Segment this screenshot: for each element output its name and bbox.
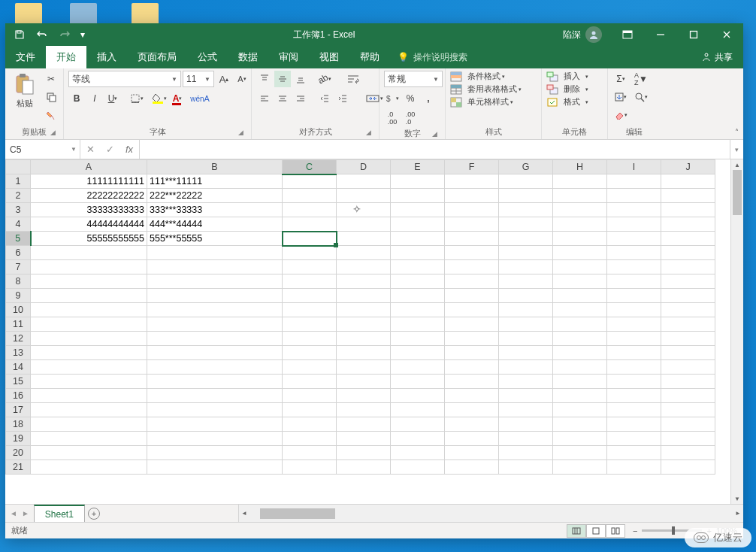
cell-E3[interactable] xyxy=(391,203,445,217)
cell-G19[interactable] xyxy=(499,432,553,446)
row-header-9[interactable]: 9 xyxy=(6,289,31,303)
cell-J12[interactable] xyxy=(661,332,715,346)
cell-C18[interactable] xyxy=(283,417,337,432)
paste-button[interactable]: 粘贴 xyxy=(10,71,40,111)
autosum-button[interactable]: Σ▾ xyxy=(612,71,629,87)
cell-I12[interactable] xyxy=(607,332,661,346)
close-button[interactable] xyxy=(712,24,742,45)
cell-C5[interactable] xyxy=(283,232,337,246)
cell-I16[interactable] xyxy=(607,389,661,403)
cell-B18[interactable] xyxy=(147,417,283,432)
cell-C21[interactable] xyxy=(283,460,337,475)
cell-C12[interactable] xyxy=(283,332,337,346)
number-format-combo[interactable]: 常规▼ xyxy=(384,71,443,87)
cell-A9[interactable] xyxy=(31,289,147,303)
cell-I8[interactable] xyxy=(607,274,661,289)
row-header-1[interactable]: 1 xyxy=(6,174,31,189)
dialog-launcher-icon[interactable]: ◢ xyxy=(364,129,373,138)
cell-H8[interactable] xyxy=(553,274,607,289)
cell-F17[interactable] xyxy=(445,403,499,417)
cell-G1[interactable] xyxy=(499,174,553,189)
cell-J11[interactable] xyxy=(661,317,715,332)
row-header-13[interactable]: 13 xyxy=(6,346,31,360)
cell-E14[interactable] xyxy=(391,360,445,375)
cell-F19[interactable] xyxy=(445,432,499,446)
cell-A5[interactable]: 55555555555 xyxy=(31,232,147,246)
cell-G8[interactable] xyxy=(499,274,553,289)
cell-A7[interactable] xyxy=(31,260,147,274)
cell-D1[interactable] xyxy=(337,174,391,189)
cell-C2[interactable] xyxy=(283,189,337,203)
cell-I9[interactable] xyxy=(607,289,661,303)
comma-button[interactable]: , xyxy=(420,90,437,107)
clear-button[interactable]: ▾ xyxy=(612,107,629,123)
format-as-table-button[interactable]: 套用表格格式▾ xyxy=(450,83,522,95)
row-header-3[interactable]: 3 xyxy=(6,203,31,217)
cell-E18[interactable] xyxy=(391,417,445,432)
tab-home[interactable]: 开始 xyxy=(46,46,86,68)
row-header-20[interactable]: 20 xyxy=(6,446,31,460)
zoom-out-button[interactable]: − xyxy=(633,526,637,535)
column-header-D[interactable]: D xyxy=(337,160,391,174)
cell-D10[interactable] xyxy=(337,303,391,317)
cell-E13[interactable] xyxy=(391,346,445,360)
tab-formulas[interactable]: 公式 xyxy=(187,46,228,68)
cell-G10[interactable] xyxy=(499,303,553,317)
scroll-thumb[interactable] xyxy=(260,508,335,519)
formula-input[interactable] xyxy=(140,140,730,159)
cell-C10[interactable] xyxy=(283,303,337,317)
scroll-right-button[interactable]: ► xyxy=(733,510,743,517)
cell-B19[interactable] xyxy=(147,432,283,446)
cell-H7[interactable] xyxy=(553,260,607,274)
copy-button[interactable] xyxy=(43,89,59,105)
cell-H9[interactable] xyxy=(553,289,607,303)
cell-G21[interactable] xyxy=(499,460,553,475)
cell-D21[interactable] xyxy=(337,460,391,475)
cell-G7[interactable] xyxy=(499,260,553,274)
cell-I17[interactable] xyxy=(607,403,661,417)
fill-button[interactable]: ▾ xyxy=(612,89,629,105)
normal-view-button[interactable] xyxy=(567,524,586,538)
cell-A19[interactable] xyxy=(31,432,147,446)
align-left-button[interactable] xyxy=(256,90,273,107)
cell-C4[interactable] xyxy=(283,217,337,232)
cell-A17[interactable] xyxy=(31,403,147,417)
align-middle-button[interactable] xyxy=(274,71,291,87)
cell-E5[interactable] xyxy=(391,232,445,246)
cell-J10[interactable] xyxy=(661,303,715,317)
increase-font-button[interactable]: A▴ xyxy=(216,71,232,87)
cell-F16[interactable] xyxy=(445,389,499,403)
cell-B7[interactable] xyxy=(147,260,283,274)
cell-F12[interactable] xyxy=(445,332,499,346)
cell-G6[interactable] xyxy=(499,246,553,260)
cell-D16[interactable] xyxy=(337,389,391,403)
tab-scroll-left-button[interactable]: ◄ xyxy=(10,509,17,517)
cell-J3[interactable] xyxy=(661,203,715,217)
decrease-decimal-button[interactable]: .00.0 xyxy=(402,110,419,126)
cell-D17[interactable] xyxy=(337,403,391,417)
cell-J9[interactable] xyxy=(661,289,715,303)
cell-H21[interactable] xyxy=(553,460,607,475)
cell-F21[interactable] xyxy=(445,460,499,475)
cell-B20[interactable] xyxy=(147,446,283,460)
cell-H17[interactable] xyxy=(553,403,607,417)
cell-F4[interactable] xyxy=(445,217,499,232)
cell-B13[interactable] xyxy=(147,346,283,360)
cell-A4[interactable]: 44444444444 xyxy=(31,217,147,232)
cell-I20[interactable] xyxy=(607,446,661,460)
cell-C7[interactable] xyxy=(283,260,337,274)
cell-F6[interactable] xyxy=(445,246,499,260)
ribbon-display-options-button[interactable] xyxy=(612,24,643,45)
cell-C3[interactable] xyxy=(283,203,337,217)
cell-D12[interactable] xyxy=(337,332,391,346)
cell-G17[interactable] xyxy=(499,403,553,417)
cell-A8[interactable] xyxy=(31,274,147,289)
tab-file[interactable]: 文件 xyxy=(5,46,46,68)
cell-F11[interactable] xyxy=(445,317,499,332)
cell-E10[interactable] xyxy=(391,303,445,317)
cell-J8[interactable] xyxy=(661,274,715,289)
cell-B2[interactable]: 222***22222 xyxy=(147,189,283,203)
column-header-C[interactable]: C xyxy=(283,160,337,174)
row-header-18[interactable]: 18 xyxy=(6,417,31,432)
cancel-edit-button[interactable]: ✕ xyxy=(80,140,100,159)
